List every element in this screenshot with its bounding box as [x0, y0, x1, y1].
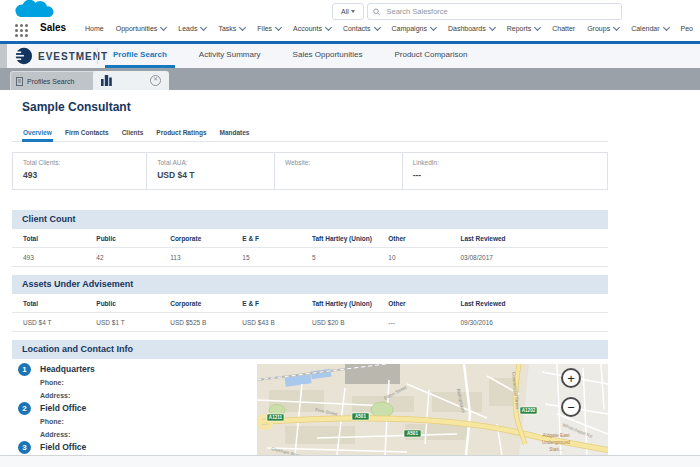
nav-item-calendar[interactable]: Calendar — [631, 25, 668, 32]
nav-item-label: Groups — [587, 25, 610, 32]
nav-item-leads[interactable]: Leads — [178, 25, 206, 32]
table-cell: USD $1 T — [85, 313, 159, 332]
summary-label: LinkedIn: — [413, 159, 607, 166]
summary-cell: Website: — [275, 153, 403, 189]
close-tab-icon[interactable]: ✕ — [150, 75, 161, 86]
chevron-down-icon — [489, 23, 496, 30]
table-header-cell: Corporate — [159, 294, 231, 313]
table-row: USD $4 TUSD $1 TUSD $525 BUSD $43 BUSD $… — [12, 313, 608, 332]
workspace-tabstrip: Profiles Search ✕ — [0, 68, 700, 90]
evestment-logo-icon — [13, 46, 33, 66]
search-scope-dropdown[interactable]: All — [332, 3, 364, 20]
svg-text:A501: A501 — [355, 414, 366, 419]
profile-tab-firm-contacts[interactable]: Firm Contacts — [64, 124, 110, 142]
chevron-down-icon — [239, 23, 246, 30]
nav-item-home[interactable]: Home — [85, 25, 104, 32]
location-field-label: Phone: — [40, 415, 86, 428]
tab-profiles-search-label: Profiles Search — [27, 78, 74, 85]
road-badge: A501 — [352, 413, 369, 420]
location-body: HeadquartersPhone:Address: — [40, 363, 95, 402]
summary-value: 493 — [23, 170, 146, 180]
road-badge: A501 — [404, 430, 421, 437]
tab-profiles-search[interactable]: Profiles Search — [10, 71, 102, 91]
locations-map[interactable]: Fore Street Eldon Street Gresham Street … — [257, 364, 608, 455]
table-header-cell: Other — [377, 294, 449, 313]
location-name: Field Office — [40, 441, 86, 454]
tab-consultant-profile[interactable]: ✕ — [93, 71, 169, 90]
section-client-count: Client CountTotalPublicCorporateE & FTaf… — [12, 210, 608, 267]
summary-label: Total Clients: — [23, 159, 146, 166]
nav-item-label: Files — [257, 25, 272, 32]
table-cell: 113 — [159, 248, 231, 267]
nav-item-campaigns[interactable]: Campaigns — [392, 25, 436, 32]
location-name: Field Office — [40, 402, 86, 415]
table-header-cell: Total — [12, 229, 85, 248]
table-header-cell: Taft Hartley (Union) — [301, 294, 377, 313]
chevron-down-icon — [663, 23, 670, 30]
nav-item-files[interactable]: Files — [257, 25, 281, 32]
nav-item-label: Leads — [178, 25, 197, 32]
subnav-tab-sales-opportunities[interactable]: Sales Opportunities — [285, 44, 371, 68]
data-table: TotalPublicCorporateE & FTaft Hartley (U… — [12, 229, 608, 267]
profile-tab-mandates[interactable]: Mandates — [219, 124, 251, 142]
nav-item-label: Contacts — [343, 25, 371, 32]
nav-item-groups[interactable]: Groups — [587, 25, 619, 32]
nav-item-opportunities[interactable]: Opportunities — [116, 25, 167, 32]
subnav-tab-profile-search[interactable]: Profile Search — [105, 44, 175, 68]
profile-tab-overview[interactable]: Overview — [22, 124, 53, 142]
horizontal-scrollbar-track[interactable] — [0, 455, 700, 467]
nav-item-chatter[interactable]: Chatter — [552, 25, 575, 32]
nav-item-tasks[interactable]: Tasks — [218, 25, 245, 32]
nav-item-peo[interactable]: Peo — [681, 25, 693, 32]
nav-item-contacts[interactable]: Contacts — [343, 25, 380, 32]
profile-tab-clients[interactable]: Clients — [121, 124, 145, 142]
subnav-tab-activity-summary[interactable]: Activity Summary — [191, 44, 269, 68]
nav-item-dashboards[interactable]: Dashboards — [448, 25, 495, 32]
nav-item-label: Chatter — [552, 25, 575, 32]
section-header: Assets Under Advisement — [12, 275, 608, 294]
table-row: 493421131551003/08/2017 — [12, 248, 608, 267]
svg-text:A1211: A1211 — [269, 415, 283, 420]
building-icon — [101, 75, 112, 86]
search-input[interactable] — [384, 6, 616, 17]
map-zoom-in-button[interactable]: + — [561, 368, 581, 388]
chevron-down-icon — [534, 23, 541, 30]
table-cell: 493 — [12, 248, 85, 267]
location-number-badge: 3 — [18, 441, 31, 454]
left-edge-sliver — [0, 44, 7, 68]
subnav-tab-product-comparison[interactable]: Product Comparison — [386, 44, 475, 68]
table-cell: 15 — [231, 248, 301, 267]
search-box — [367, 3, 622, 20]
location-number-badge: 1 — [18, 363, 31, 376]
location-body: Field Office — [40, 441, 86, 454]
nav-item-label: Calendar — [631, 25, 659, 32]
section-assets-under-advisement: Assets Under AdvisementTotalPublicCorpor… — [12, 275, 608, 332]
profile-tab-product-ratings[interactable]: Product Ratings — [155, 124, 207, 142]
table-cell: USD $20 B — [301, 313, 377, 332]
consultant-profile-content: Sample Consultant OverviewFirm ContactsC… — [0, 90, 612, 455]
location-list: 1HeadquartersPhone:Address:2Field Office… — [18, 363, 248, 454]
table-cell: 10 — [377, 248, 449, 267]
table-header-cell: Last Reviewed — [449, 229, 608, 248]
svg-text:A1202: A1202 — [522, 408, 536, 413]
map-zoom-out-button[interactable]: − — [561, 397, 581, 417]
chevron-down-icon — [325, 23, 332, 30]
location-field-label: Phone: — [40, 376, 95, 389]
app-launcher-icon[interactable] — [15, 24, 28, 37]
table-cell: --- — [377, 313, 449, 332]
nav-item-reports[interactable]: Reports — [507, 25, 541, 32]
svg-text:A501: A501 — [407, 431, 418, 436]
data-table: TotalPublicCorporateE & FTaft Hartley (U… — [12, 294, 608, 332]
map-canvas: Fore Street Eldon Street Gresham Street … — [257, 364, 608, 455]
nav-item-label: Campaigns — [392, 25, 427, 32]
app-name: Sales — [40, 22, 66, 33]
evestment-brand: EVESTMENT — [13, 46, 108, 66]
table-header-cell: Taft Hartley (Union) — [301, 229, 377, 248]
data-sections: Client CountTotalPublicCorporateE & FTaf… — [12, 210, 608, 340]
nav-item-label: Reports — [507, 25, 532, 32]
map-station-label: Stati... — [549, 447, 563, 452]
location-number-badge: 2 — [18, 402, 31, 415]
summary-label: Website: — [285, 159, 402, 166]
nav-item-accounts[interactable]: Accounts — [293, 25, 331, 32]
evestment-subnav: EVESTMENT Profile SearchActivity Summary… — [0, 44, 700, 68]
